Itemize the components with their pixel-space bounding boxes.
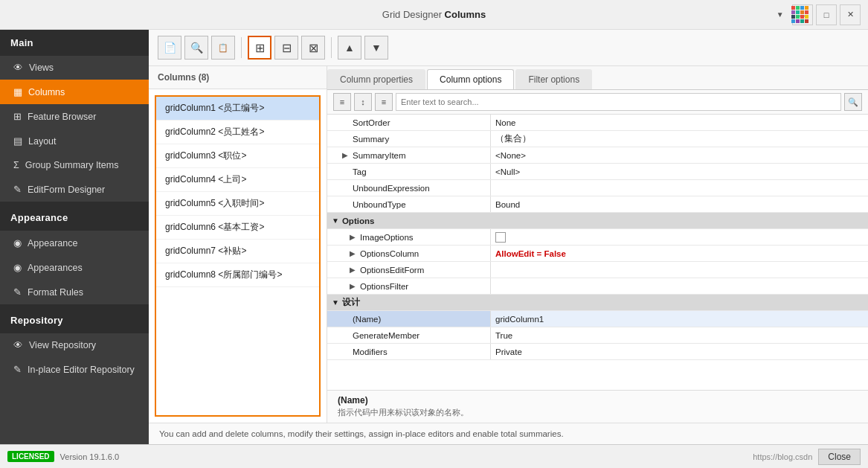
prop-search-btn[interactable]: 🔍: [844, 93, 862, 111]
prop-name: UnboundExpression: [327, 180, 491, 196]
column-item[interactable]: gridColumn4 <上司>: [156, 168, 319, 192]
column-item[interactable]: gridColumn3 <职位>: [156, 144, 319, 168]
bottom-bar: LICENSED Version 19.1.6.0 https://blog.c…: [0, 444, 868, 468]
prop-row: Modifiers Private: [327, 344, 868, 360]
column-item[interactable]: gridColumn1 <员工编号>: [156, 97, 319, 121]
prop-name: Summary: [327, 131, 491, 147]
circle2-icon: ◉: [13, 262, 22, 273]
column-item[interactable]: gridColumn7 <补贴>: [156, 240, 319, 263]
prop-row: GenerateMember True: [327, 327, 868, 344]
column-item[interactable]: gridColumn8 <所属部门编号>: [156, 263, 319, 287]
sort-icon: ↕: [361, 97, 365, 106]
dropdown-arrow-icon[interactable]: ▼: [777, 10, 784, 19]
tab-filter-options[interactable]: Filter options: [515, 69, 592, 89]
prop-filter-btn[interactable]: ≡: [375, 93, 393, 111]
prop-row: UnboundType Bound: [327, 196, 868, 213]
column-item[interactable]: gridColumn2 <员工姓名>: [156, 121, 319, 144]
prop-row: (Name) gridColumn1: [327, 311, 868, 327]
prop-icon: ⊟: [282, 41, 292, 55]
prop-row: UnboundExpression: [327, 180, 868, 196]
column-item[interactable]: gridColumn6 <基本工资>: [156, 216, 319, 240]
prop-value: None: [491, 115, 868, 130]
prop-list-btn[interactable]: ≡: [333, 93, 351, 111]
expand-icon[interactable]: ▶: [350, 233, 360, 241]
title-bar: Grid Designer Columns: [0, 0, 868, 30]
prop-name-label: Modifiers: [353, 347, 388, 356]
sidebar-item-label: Columns: [28, 87, 65, 97]
columns-icon: ▦: [13, 86, 22, 97]
collapse-arrow-icon[interactable]: ▼: [332, 217, 339, 225]
sidebar: Main 👁 Views ▦ Columns ⊞ Feature Browser…: [0, 30, 149, 444]
expand-icon[interactable]: ▶: [342, 151, 353, 159]
find-button[interactable]: 🔍: [184, 36, 208, 60]
prop-value: AllowEdit = False: [491, 246, 868, 261]
sidebar-item-columns[interactable]: ▦ Columns: [0, 80, 149, 104]
prop-name-label: OptionsFilter: [360, 282, 408, 291]
prop-name: Modifiers: [327, 344, 491, 359]
columns-panel: Columns (8) gridColumn1 <员工编号> gridColum…: [149, 66, 327, 423]
prop-name-label: ImageOptions: [360, 233, 414, 242]
prop-name-label: (Name): [353, 315, 381, 324]
expand-icon[interactable]: ▶: [350, 266, 360, 274]
columns-view-button[interactable]: ⊞: [248, 36, 271, 60]
close-window-button[interactable]: ✕: [840, 4, 861, 25]
prop-row: ▶ OptionsFilter: [327, 278, 868, 295]
maximize-button[interactable]: □: [816, 4, 837, 25]
sidebar-item-layout[interactable]: ▤ Layout: [0, 129, 149, 153]
move-up-button[interactable]: ▲: [338, 36, 361, 60]
toolbar: 📄 🔍 📋 ⊞ ⊟ ⊠ ▲ ▼: [149, 30, 868, 66]
prop-name: SortOrder: [327, 115, 491, 130]
prop-value: True: [491, 327, 868, 343]
sidebar-item-appearances[interactable]: ◉ Appearances: [0, 255, 149, 280]
prop-value: [491, 180, 868, 196]
prop-section-row: ▼ 设计: [327, 295, 868, 311]
sigma-icon: Σ: [13, 160, 19, 170]
prop-value: <Null>: [491, 164, 868, 179]
property-search-input[interactable]: [396, 93, 841, 111]
prop-name: ▶ SummaryItem: [327, 147, 491, 163]
sidebar-item-label: View Repository: [29, 340, 96, 350]
prop-name: (Name): [327, 311, 491, 327]
toolbar-separator2: [331, 37, 332, 58]
title-app: Grid Designer Columns: [382, 9, 486, 20]
edit2-icon: ✎: [13, 364, 22, 375]
sidebar-item-inplace-editor[interactable]: ✎ In-place Editor Repository: [0, 357, 149, 382]
sidebar-item-label: Group Summary Items: [25, 160, 119, 170]
collapse-arrow2-icon[interactable]: ▼: [332, 298, 339, 307]
prop-value: gridColumn1: [491, 311, 868, 327]
move-down-button[interactable]: ▼: [364, 36, 388, 60]
add-button[interactable]: 📋: [211, 36, 235, 60]
tab-column-properties[interactable]: Column properties: [327, 69, 425, 89]
window-controls: ▼ — □ ✕: [777, 0, 861, 29]
close-button[interactable]: Close: [818, 449, 861, 465]
format-icon: ✎: [13, 286, 22, 298]
filter-button[interactable]: ⊠: [301, 36, 325, 60]
sidebar-item-appearance[interactable]: ◉ Appearance: [0, 231, 149, 255]
theme-icon[interactable]: [791, 6, 808, 23]
new-button[interactable]: 📄: [158, 36, 181, 60]
prop-row: ▶ ImageOptions: [327, 229, 868, 246]
section-label: ▼ Options: [327, 213, 868, 228]
expand-icon[interactable]: ▶: [350, 249, 360, 257]
prop-name: ▶ OptionsEditForm: [327, 262, 491, 278]
prop-sort-btn[interactable]: ↕: [354, 93, 372, 111]
eye-icon: 👁: [13, 62, 23, 73]
prop-value: （集合）: [491, 131, 868, 147]
prop-name-label: SummaryItem: [353, 151, 406, 160]
list-icon: ≡: [340, 97, 344, 106]
sidebar-item-group-summary[interactable]: Σ Group Summary Items: [0, 153, 149, 177]
column-item[interactable]: gridColumn5 <入职时间>: [156, 192, 319, 216]
sidebar-item-editform[interactable]: ✎ EditForm Designer: [0, 177, 149, 202]
tab-column-options[interactable]: Column options: [427, 69, 514, 89]
selected-property-name: (Name): [338, 395, 858, 406]
doc-icon: 📄: [164, 42, 176, 54]
sidebar-item-format-rules[interactable]: ✎ Format Rules: [0, 280, 149, 304]
sidebar-item-feature-browser[interactable]: ⊞ Feature Browser: [0, 104, 149, 129]
prop-row: ▶ OptionsEditForm: [327, 262, 868, 278]
expand-icon[interactable]: ▶: [350, 282, 360, 290]
properties-button[interactable]: ⊟: [274, 36, 298, 60]
sidebar-item-view-repository[interactable]: 👁 View Repository: [0, 333, 149, 357]
prop-name-label: GenerateMember: [353, 331, 419, 340]
property-info-bar: (Name) 指示代码中用来标识该对象的名称。: [327, 390, 868, 423]
sidebar-item-views[interactable]: 👁 Views: [0, 56, 149, 80]
